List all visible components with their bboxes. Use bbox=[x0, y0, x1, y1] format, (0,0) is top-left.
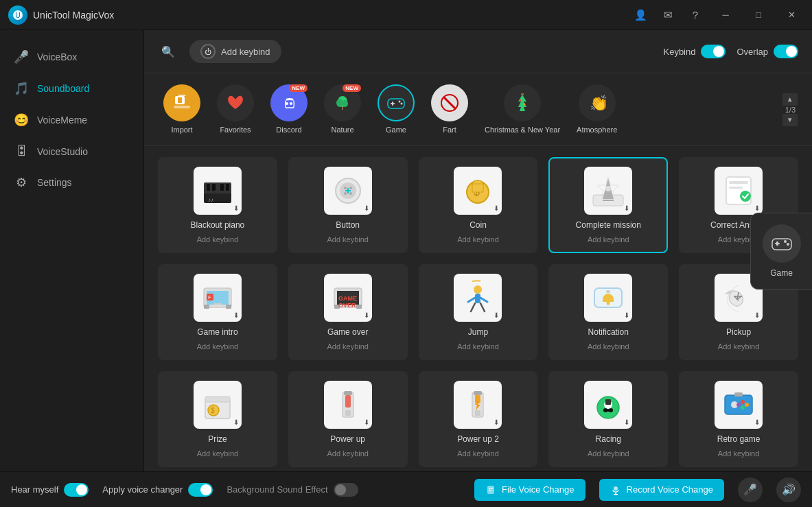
category-favorites[interactable]: Favorites bbox=[211, 80, 259, 139]
christmas-label: Christmas & New Year bbox=[485, 126, 560, 134]
sound-card-notification[interactable]: ⬇ Notification Add keybind bbox=[548, 264, 668, 360]
sound-card-game-intro[interactable]: F ⬇ Game intro Add keybind bbox=[158, 264, 277, 360]
category-discord[interactable]: NEW Discord bbox=[265, 80, 313, 139]
sound-card-game-over[interactable]: GAMEOVER ⬇ Game over Add keybind bbox=[288, 264, 408, 360]
sound-card-retro[interactable]: ⬇ Retro game Add keybind bbox=[679, 371, 798, 467]
svg-point-6 bbox=[286, 102, 288, 105]
sound-card-button[interactable]: ⬇ Button Add keybind bbox=[288, 157, 408, 253]
category-atmosphere[interactable]: 👏 Atmosphere bbox=[571, 80, 623, 139]
sidebar-item-voicebox[interactable]: 🎤 VoiceBox bbox=[0, 41, 143, 73]
bottom-bar: Hear myself Apply voice changer Backgrou… bbox=[0, 471, 812, 507]
jump-keybind[interactable]: Add keybind bbox=[457, 342, 499, 351]
svg-text:OVER: OVER bbox=[338, 302, 356, 309]
sidebar-item-voicestudio[interactable]: 🎛 VoiceStudio bbox=[0, 136, 143, 167]
svg-point-36 bbox=[349, 192, 352, 195]
sound-card-powerup[interactable]: ⬇ Power up Add keybind bbox=[288, 371, 408, 467]
svg-point-16 bbox=[401, 103, 403, 105]
powerup-keybind[interactable]: Add keybind bbox=[327, 449, 369, 458]
sidebar-item-settings[interactable]: ⚙ Settings bbox=[0, 167, 143, 198]
help-icon[interactable]: ? bbox=[686, 5, 705, 25]
floating-game-label: Game bbox=[770, 268, 793, 278]
import-icon-wrap bbox=[163, 84, 200, 121]
discord-badge: NEW bbox=[289, 84, 308, 92]
racing-keybind[interactable]: Add keybind bbox=[588, 449, 629, 458]
notification-keybind[interactable]: Add keybind bbox=[588, 342, 629, 351]
mail-icon[interactable]: ✉ bbox=[658, 5, 677, 25]
powerup2-keybind[interactable]: Add keybind bbox=[457, 449, 499, 458]
category-nature[interactable]: NEW Nature bbox=[318, 80, 367, 139]
voicememe-icon: 😊 bbox=[14, 113, 29, 128]
sound-card-complete-mission[interactable]: ⬇ Complete mission Add keybind bbox=[548, 157, 668, 253]
file-voice-button[interactable]: File Voice Change bbox=[474, 479, 585, 501]
svg-rect-40 bbox=[472, 184, 483, 192]
sound-card-prize[interactable]: $ ⬇ Prize Add keybind bbox=[158, 371, 277, 467]
button-keybind[interactable]: Add keybind bbox=[327, 235, 369, 244]
file-icon bbox=[485, 484, 496, 495]
category-nav: ▲ 1/3 ▼ bbox=[782, 93, 798, 126]
search-button[interactable]: 🔍 bbox=[158, 41, 178, 62]
title-bar-icons: 👤 ✉ ? ─ □ ✕ bbox=[631, 5, 804, 25]
category-game[interactable]: Game bbox=[372, 80, 420, 139]
sound-card-blackout-piano[interactable]: ♪♪ ⬇ Blackout piano Add keybind bbox=[158, 157, 277, 253]
download-icon-coin: ⬇ bbox=[494, 204, 499, 212]
favorites-label: Favorites bbox=[220, 126, 251, 134]
sound-card-racing[interactable]: ⬇ Racing Add keybind bbox=[548, 371, 668, 467]
hear-myself-toggle[interactable] bbox=[64, 483, 89, 497]
retro-keybind[interactable]: Add keybind bbox=[718, 449, 760, 458]
svg-rect-26 bbox=[207, 184, 210, 191]
sidebar-item-voicememe[interactable]: 😊 VoiceMeme bbox=[0, 104, 143, 136]
category-prev-button[interactable]: ▲ bbox=[782, 93, 798, 106]
svg-text:GAME: GAME bbox=[338, 295, 357, 302]
sound-card-jump[interactable]: ⬇ Jump Add keybind bbox=[419, 264, 538, 360]
voicestudio-icon: 🎛 bbox=[14, 144, 29, 158]
button-icon: ⬇ bbox=[324, 167, 372, 215]
game-label: Game bbox=[386, 126, 406, 134]
sound-card-coin[interactable]: $ ⬇ Coin Add keybind bbox=[419, 157, 538, 253]
svg-point-15 bbox=[399, 101, 401, 103]
svg-rect-54 bbox=[213, 303, 222, 305]
coin-keybind[interactable]: Add keybind bbox=[457, 235, 499, 244]
nature-label: Nature bbox=[331, 126, 353, 134]
mic-button[interactable]: 🎤 bbox=[738, 477, 763, 502]
prize-keybind[interactable]: Add keybind bbox=[197, 449, 239, 458]
sidebar-item-soundboard[interactable]: 🎵 Soundboard bbox=[0, 73, 143, 104]
complete-mission-keybind[interactable]: Add keybind bbox=[588, 235, 629, 244]
keybind-toggle-group: Keybind bbox=[663, 45, 726, 58]
svg-rect-75 bbox=[345, 410, 351, 416]
volume-button[interactable]: 🔊 bbox=[776, 477, 801, 502]
svg-marker-19 bbox=[518, 95, 526, 111]
sound-card-powerup2[interactable]: ⬇ Power up 2 Add keybind bbox=[419, 371, 538, 467]
pickup-name: Pickup bbox=[726, 327, 751, 337]
blackout-piano-keybind[interactable]: Add keybind bbox=[197, 235, 239, 244]
svg-rect-53 bbox=[226, 305, 231, 309]
category-import[interactable]: Import bbox=[158, 80, 206, 139]
complete-mission-name: Complete mission bbox=[576, 220, 641, 230]
svg-point-86 bbox=[609, 408, 613, 412]
coin-name: Coin bbox=[469, 220, 487, 230]
keybind-toggle[interactable] bbox=[701, 45, 726, 58]
download-icon-powerup2: ⬇ bbox=[494, 418, 499, 426]
pickup-keybind[interactable]: Add keybind bbox=[718, 342, 760, 351]
category-christmas[interactable]: Christmas & New Year bbox=[479, 80, 566, 139]
category-next-button[interactable]: ▼ bbox=[782, 114, 798, 126]
add-keybind-button[interactable]: ⏻ Add keybind bbox=[189, 40, 281, 63]
game-over-keybind[interactable]: Add keybind bbox=[327, 342, 369, 351]
maximize-button[interactable]: □ bbox=[746, 5, 771, 25]
add-keybind-label: Add keybind bbox=[221, 47, 270, 57]
prize-name: Prize bbox=[208, 434, 227, 444]
game-intro-keybind[interactable]: Add keybind bbox=[197, 342, 239, 351]
correct-answer-icon: ⬇ bbox=[715, 167, 763, 215]
category-fart[interactable]: Fart bbox=[426, 80, 474, 139]
file-voice-label: File Voice Change bbox=[502, 484, 575, 495]
user-icon[interactable]: 👤 bbox=[631, 5, 650, 25]
import-label: Import bbox=[171, 126, 192, 134]
close-button[interactable]: ✕ bbox=[779, 5, 804, 25]
voicebox-icon: 🎤 bbox=[14, 49, 29, 64]
apply-voice-toggle[interactable] bbox=[188, 483, 213, 497]
record-voice-button[interactable]: Record Voice Change bbox=[599, 479, 724, 501]
bg-sound-toggle[interactable] bbox=[334, 483, 358, 497]
svg-rect-99 bbox=[487, 486, 494, 494]
overlap-toggle[interactable] bbox=[774, 45, 798, 58]
minimize-button[interactable]: ─ bbox=[713, 5, 738, 25]
christmas-icon-wrap bbox=[504, 84, 541, 121]
